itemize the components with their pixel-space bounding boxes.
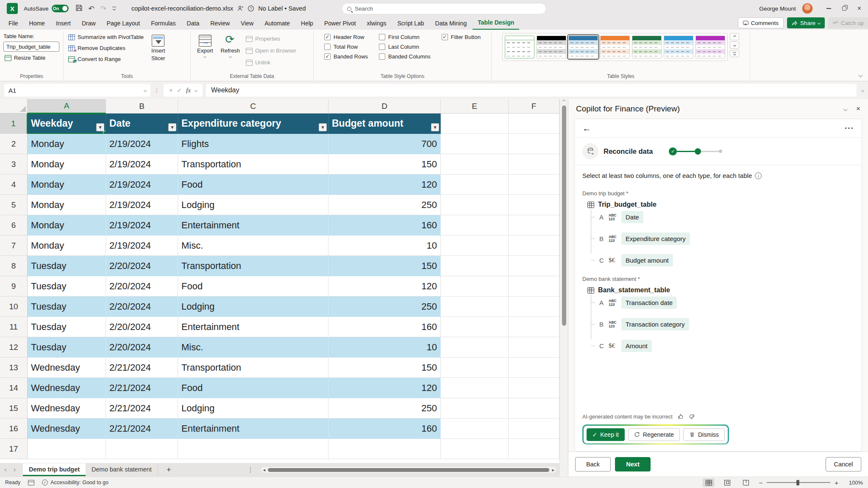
share-button[interactable]: Share [787,17,825,28]
restore-icon[interactable] [842,6,846,11]
vscroll-thumb[interactable] [562,105,566,326]
ribbon-tab-view[interactable]: View [236,18,259,30]
gallery-expand-icon[interactable] [730,50,739,57]
ribbon-tab-script-lab[interactable]: Script Lab [392,18,429,30]
row-header-10[interactable]: 10 [0,297,28,317]
cell-F3[interactable] [509,154,559,175]
cell-A4[interactable]: Monday [28,175,106,195]
cell-F11[interactable] [509,317,559,337]
more-options-icon[interactable]: ··· [845,124,854,133]
cell-E14[interactable] [441,378,509,398]
column-chip-row-date[interactable]: AABC123Date [591,211,854,223]
cell-E9[interactable] [441,276,509,297]
cell-F6[interactable] [509,215,559,236]
cell-C6[interactable]: Entertainment [178,215,328,236]
cell-D5[interactable]: 250 [328,195,441,215]
info-icon[interactable]: i [755,172,762,179]
table-style-light-blue[interactable] [664,36,693,58]
collapse-ribbon-icon[interactable] [859,73,863,78]
accessibility-status[interactable]: ✓ Accessibility: Good to go [42,480,108,485]
cell-E17[interactable] [441,439,509,459]
cell-C3[interactable]: Transportation [178,154,328,175]
cell-C7[interactable]: Misc. [178,236,328,256]
expand-formula-bar-icon[interactable] [861,89,864,92]
formula-input[interactable]: Weekday [206,84,857,97]
macro-record-icon[interactable] [28,480,34,485]
row-header-6[interactable]: 6 [0,215,28,236]
catch-up-button[interactable]: Catch up [828,17,868,28]
cell-C13[interactable]: Transportation [178,358,328,378]
cell-E12[interactable] [441,337,509,358]
autosave-toggle[interactable]: On [52,5,69,12]
cell-B14[interactable]: 2/21/2024 [106,378,178,398]
cell-F5[interactable] [509,195,559,215]
regenerate-button[interactable]: Regenerate [628,428,680,441]
ribbon-tab-power-pivot[interactable]: Power Pivot [319,18,361,30]
cell-E6[interactable] [441,215,509,236]
comments-button[interactable]: Comments [738,17,784,28]
cell-F4[interactable] [509,175,559,195]
cell-A3[interactable]: Monday [28,154,106,175]
cell-F17[interactable] [509,439,559,459]
customize-qat-icon[interactable] [112,7,116,11]
row-header-9[interactable]: 9 [0,276,28,297]
row-header-1[interactable]: 1 [0,114,28,134]
autosave-control[interactable]: AutoSave On [24,5,69,12]
back-button[interactable]: Back [575,457,611,471]
checkbox-filter-button[interactable]: ✓Filter Button [442,34,481,40]
sheet-nav-prev-icon[interactable] [5,468,8,471]
cell-F7[interactable] [509,236,559,256]
minimize-icon[interactable] [826,8,831,9]
fx-dropdown-icon[interactable] [195,89,198,92]
cell-E15[interactable] [441,398,509,419]
cell-A7[interactable]: Monday [28,236,106,256]
sheet-options-icon[interactable]: ⋮ [247,466,253,474]
cell-B7[interactable]: 2/19/2024 [106,236,178,256]
cell-F10[interactable] [509,297,559,317]
cell-D3[interactable]: 150 [328,154,441,175]
cell-F12[interactable] [509,337,559,358]
cell-B5[interactable]: 2/19/2024 [106,195,178,215]
filter-dropdown-icon-expenditure-category[interactable]: ▾ [319,123,327,131]
cell-D12[interactable]: 10 [328,337,441,358]
cell-B4[interactable]: 2/19/2024 [106,175,178,195]
summarize-with-pivottable-button[interactable]: Summarize with PivotTable [67,33,145,41]
table-style-blue[interactable] [568,36,598,58]
cell-E5[interactable] [441,195,509,215]
row-header-17[interactable]: 17 [0,439,28,459]
cell-D15[interactable]: 250 [328,398,441,419]
cell-C14[interactable]: Food [178,378,328,398]
column-header-D[interactable]: D [328,99,441,114]
column-header-C[interactable]: C [178,99,328,114]
cell-D9[interactable]: 120 [328,276,441,297]
user-avatar[interactable] [802,3,813,14]
row-header-2[interactable]: 2 [0,134,28,154]
row-header-4[interactable]: 4 [0,175,28,195]
cell-B1[interactable]: Date▾ [106,114,178,134]
row-header-13[interactable]: 13 [0,358,28,378]
sensitivity-label-icon[interactable]: ? [248,5,254,12]
cell-F16[interactable] [509,419,559,439]
cell-D4[interactable]: 120 [328,175,441,195]
column-chip-expenditure-category[interactable]: Expenditure category [621,233,690,245]
cell-B12[interactable]: 2/20/2024 [106,337,178,358]
vertical-scrollbar[interactable] [559,99,568,477]
cell-B16[interactable]: 2/21/2024 [106,419,178,439]
cell-F8[interactable] [509,256,559,276]
row-header-3[interactable]: 3 [0,154,28,175]
zoom-in-icon[interactable]: + [835,479,838,486]
cell-E16[interactable] [441,419,509,439]
cell-A13[interactable]: Wednesday [28,358,106,378]
cancel-entry-icon[interactable]: × [169,87,172,94]
cell-B11[interactable]: 2/20/2024 [106,317,178,337]
cell-D11[interactable]: 160 [328,317,441,337]
keep-it-button[interactable]: ✓ Keep it [587,428,625,441]
name-box-dropdown-icon[interactable] [144,89,147,92]
cell-F9[interactable] [509,276,559,297]
filter-dropdown-icon-weekday[interactable]: ▾ [96,123,104,131]
row-header-14[interactable]: 14 [0,378,28,398]
ribbon-tab-help[interactable]: Help [296,18,318,30]
cell-D10[interactable]: 250 [328,297,441,317]
ribbon-tab-xlwings[interactable]: xlwings [362,18,392,30]
column-chip-amount[interactable]: Amount [621,340,652,352]
